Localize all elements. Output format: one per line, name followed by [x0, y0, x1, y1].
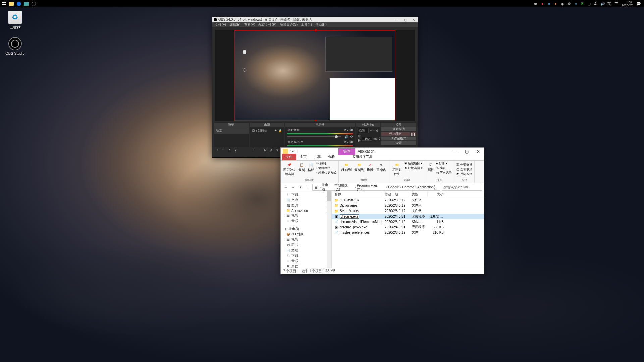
tab-app-tools[interactable]: 应用程序工具: [348, 154, 376, 160]
obs-titlebar[interactable]: OBS 24.0.3 (64-bit, windows) - 配置文件: 未命名…: [212, 17, 418, 22]
source-down-button[interactable]: ∨: [275, 148, 280, 152]
new-item-button[interactable]: ◈ 新建项目 ▾: [404, 161, 423, 166]
minimize-button[interactable]: —: [394, 18, 400, 22]
file-row[interactable]: 📁SetupMetrics2020/2/8 0:12文件夹: [332, 208, 484, 214]
copy-path-button[interactable]: ▪ 复制路径: [316, 166, 336, 170]
desktop-recycle-bin[interactable]: 回收站: [3, 11, 27, 30]
source-settings-button[interactable]: ⚙: [263, 148, 268, 152]
minimize-button[interactable]: —: [449, 148, 460, 155]
task-explorer-icon[interactable]: [8, 1, 15, 7]
menu-help[interactable]: 帮助(H): [315, 22, 327, 27]
tray-icon[interactable]: ⚙: [567, 1, 572, 6]
tree-item-documents[interactable]: 📄文档📌: [281, 197, 331, 203]
file-row[interactable]: ▣chrome_proxy.exe2020/2/4 0:51应用程序698 KB: [332, 224, 484, 230]
file-row[interactable]: ▣chrome.exe2020/2/4 0:51应用程序1,672 KB: [332, 214, 484, 219]
tree-item-pictures2[interactable]: 🖼图片: [281, 242, 331, 248]
add-source-button[interactable]: +: [251, 148, 256, 152]
copy-to-button[interactable]: 📁复制到: [354, 161, 365, 173]
tray-volume-icon[interactable]: 🔊: [600, 1, 605, 6]
menu-view[interactable]: 查看(V): [244, 22, 255, 27]
history-dropdown[interactable]: ▾: [298, 184, 304, 190]
file-row[interactable]: 📁80.0.3987.872020/2/8 0:12文件夹: [332, 197, 484, 203]
transition-duration-input[interactable]: [362, 137, 372, 141]
tray-notifications-icon[interactable]: 💬: [636, 1, 641, 6]
maximize-button[interactable]: ▢: [402, 18, 408, 22]
source-up-button[interactable]: ∧: [269, 148, 274, 152]
qat-button[interactable]: ▾: [292, 149, 294, 153]
menu-file[interactable]: 文件(F): [215, 22, 226, 27]
menu-tools[interactable]: 工具(T): [301, 22, 312, 27]
cut-button[interactable]: ✂ 剪切: [316, 161, 336, 166]
back-button[interactable]: ←: [283, 184, 289, 190]
open-button[interactable]: ▸ 打开 ▾: [436, 161, 452, 166]
edit-button[interactable]: ✎ 编辑: [436, 166, 452, 170]
tree-item-documents2[interactable]: 📄文档: [281, 248, 331, 253]
up-button[interactable]: ↑: [305, 184, 311, 190]
tab-view[interactable]: 查看: [324, 154, 338, 160]
tree-item-videos2[interactable]: 🎞视频: [281, 237, 331, 242]
tree-item-music2[interactable]: ♪音乐: [281, 258, 331, 264]
maximize-button[interactable]: ▢: [462, 148, 472, 155]
tray-ime-icon[interactable]: 英: [607, 1, 612, 6]
tree-item-application[interactable]: 📁Application📌: [281, 208, 331, 213]
sources-panel-header[interactable]: 来源: [250, 122, 285, 127]
tray-icon[interactable]: ●: [540, 1, 545, 6]
pin-button[interactable]: 📌固定到快速访问: [283, 161, 296, 177]
add-transition-button[interactable]: +: [370, 129, 372, 132]
file-row[interactable]: 📁Dictionaries2020/2/8 0:12文件夹: [332, 203, 484, 208]
obs-preview-canvas[interactable]: [234, 30, 395, 121]
select-all-button[interactable]: ▦ 全部选择: [456, 163, 472, 167]
remove-scene-button[interactable]: −: [221, 148, 226, 152]
tray-shield-icon[interactable]: ⛨: [580, 1, 585, 6]
move-to-button[interactable]: 📁移动到: [341, 161, 352, 173]
visibility-icon[interactable]: 👁: [274, 129, 277, 132]
tray-steam-icon[interactable]: ◉: [560, 1, 565, 6]
tray-icon[interactable]: ▢: [587, 1, 592, 6]
remove-transition-button[interactable]: −: [373, 129, 375, 132]
tray-network-icon[interactable]: 🖧: [593, 1, 599, 6]
task-app-icon[interactable]: [23, 1, 30, 7]
column-name[interactable]: 名称: [332, 191, 382, 197]
delete-button[interactable]: ✕删除: [366, 161, 374, 173]
qat-button[interactable]: ▯: [289, 149, 291, 153]
transition-select[interactable]: 淡出: [358, 128, 369, 133]
desktop-obs-studio[interactable]: OBS Studio: [3, 37, 27, 55]
rename-button[interactable]: ✎重命名: [376, 161, 387, 173]
column-size[interactable]: 大小: [428, 191, 446, 197]
volume-slider[interactable]: [287, 136, 341, 137]
tree-item-videos[interactable]: 🎞视频: [281, 213, 331, 218]
task-edge-icon[interactable]: [15, 1, 22, 7]
column-type[interactable]: 类型: [409, 191, 428, 197]
menu-edit[interactable]: 编辑(E): [229, 22, 240, 27]
address-bar[interactable]: 🖥 › 此电脑› 本地磁盘 (C:)› Program Files (x86)›…: [312, 184, 440, 191]
file-row[interactable]: 📄chrome.VisualElementsManifest.xml2020/2…: [332, 219, 484, 224]
menu-profile[interactable]: 配置文件(P): [258, 22, 276, 27]
mute-icon[interactable]: 🔊: [344, 135, 348, 139]
duration-down[interactable]: ▼: [379, 139, 381, 141]
paste-button[interactable]: 📄粘贴: [307, 161, 315, 177]
copy-button[interactable]: 📋复制: [298, 161, 306, 177]
tree-item-desktop[interactable]: 🖥桌面: [281, 264, 331, 268]
scene-item[interactable]: 场景: [214, 127, 249, 134]
tab-file[interactable]: 文件: [282, 154, 296, 160]
tree-item-this-pc[interactable]: 🖥此电脑: [281, 226, 331, 232]
paste-shortcut-button[interactable]: ▪ 粘贴快捷方式: [316, 171, 336, 175]
invert-selection-button[interactable]: ◩ 反向选择: [456, 172, 472, 176]
tree-item-pictures[interactable]: 🖼图片📌: [281, 203, 331, 208]
gear-icon[interactable]: ⚙: [376, 129, 379, 132]
obs-preview-area[interactable]: [215, 30, 415, 121]
close-button[interactable]: ✕: [473, 148, 483, 155]
select-none-button[interactable]: ▢ 全部取消: [456, 167, 472, 172]
tab-share[interactable]: 共享: [310, 154, 324, 160]
pause-recording-button[interactable]: ❚❚: [410, 132, 416, 136]
properties-button[interactable]: ☑属性: [427, 161, 435, 175]
task-obs-icon[interactable]: [30, 1, 37, 7]
tree-item-3d[interactable]: 📦3D 对象: [281, 232, 331, 237]
remove-source-button[interactable]: −: [257, 148, 262, 152]
tree-item-music[interactable]: ♪音乐: [281, 218, 331, 224]
tray-icon[interactable]: ☰: [613, 1, 619, 6]
file-row[interactable]: 📄master_preferences2020/2/8 0:12文件210 KB: [332, 230, 484, 235]
navigation-tree[interactable]: ⬇下载📌 📄文档📌 🖼图片📌 📁Application📌 🎞视频 ♪音乐 🖥此电…: [281, 191, 332, 268]
tree-item-downloads[interactable]: ⬇下载📌: [281, 192, 331, 197]
tree-scrollbar[interactable]: [327, 191, 331, 268]
